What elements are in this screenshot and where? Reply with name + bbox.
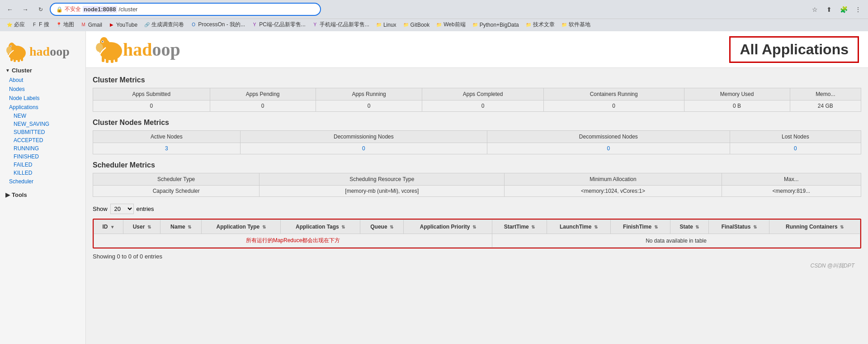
tech-icon: 📁	[525, 22, 532, 28]
entries-label: entries	[137, 205, 154, 212]
col-finishtime: FinishTime ⇅	[611, 220, 670, 234]
bookmark-python-label: Python+BigData	[480, 22, 519, 28]
show-label: Show	[93, 205, 108, 212]
webfront-icon: 📁	[436, 22, 442, 28]
priority-sort-icon: ⇅	[472, 225, 476, 229]
col-starttime: StartTime ⇅	[492, 220, 547, 234]
bookmark-gmail-label: Gmail	[88, 22, 102, 28]
sidebar-item-running[interactable]: RUNNING	[0, 144, 85, 153]
col-user: User ⇅	[123, 220, 160, 234]
col-id: ID ▼	[94, 220, 123, 234]
entries-select[interactable]: 20 50 100	[110, 204, 134, 214]
annotation-text: 所有运行的MapReduce都会出现在下方	[241, 235, 345, 245]
bookmark-fsearch[interactable]: F F 搜	[28, 20, 52, 29]
sidebar-item-submitted[interactable]: SUBMITTED	[0, 128, 85, 136]
sidebar-logo: hadoop	[0, 36, 85, 65]
col-state: State ⇅	[670, 220, 709, 234]
youtube-icon: ▶	[108, 22, 115, 28]
main-content: Cluster Metrics Apps Submitted Apps Pend…	[86, 68, 868, 344]
starttime-sort-icon: ⇅	[531, 225, 535, 229]
cluster-metrics-table: Apps Submitted Apps Pending Apps Running…	[93, 88, 861, 112]
apptype-sort-icon: ⇅	[262, 225, 266, 229]
sidebar-cluster-header[interactable]: ▼ Cluster	[0, 65, 85, 76]
sidebar-item-node-labels[interactable]: Node Labels	[0, 94, 85, 103]
bookmark-gitbook-label: GitBook	[410, 22, 430, 28]
scheduler-metrics-title: Scheduler Metrics	[93, 161, 861, 169]
url-unsafe-label: 不安全	[65, 5, 81, 13]
sidebar-item-scheduler[interactable]: Scheduler	[0, 177, 85, 186]
bookmark-gitbook[interactable]: 📁 GitBook	[400, 21, 433, 29]
val-apps-pending: 0	[210, 100, 316, 112]
val-scheduling-resource: [memory-mb (unit=Mi), vcores]	[259, 186, 505, 197]
sidebar-item-accepted[interactable]: ACCEPTED	[0, 136, 85, 144]
bookmark-linux[interactable]: 📁 Linux	[373, 21, 399, 29]
bookmarks-bar: ⭐ 必应 F F 搜 📍 地图 M Gmail ▶ YouTube 🔗 生成调查	[0, 19, 868, 31]
sidebar-item-finished[interactable]: FINISHED	[0, 153, 85, 161]
menu-button[interactable]: ⋮	[852, 3, 864, 16]
bookmark-gmail[interactable]: M Gmail	[78, 21, 105, 29]
extensions-button[interactable]: 🧩	[837, 3, 850, 16]
mobile-retail-icon: Y	[312, 22, 318, 28]
forward-button[interactable]: →	[19, 3, 32, 16]
url-path: /cluster	[119, 6, 138, 13]
svg-rect-3	[14, 57, 16, 62]
address-bar[interactable]: 🔒 不安全 node1:8088 /cluster	[50, 3, 321, 16]
reload-button[interactable]: ↻	[34, 3, 47, 16]
bookmark-pc-retail-label: PC端-亿品新零售...	[259, 21, 306, 29]
linux-icon: 📁	[376, 22, 382, 28]
sidebar-item-about[interactable]: About	[0, 76, 85, 85]
show-entries-control: Show 20 50 100 entries	[93, 204, 861, 214]
finishtime-sort-icon: ⇅	[654, 225, 658, 229]
sidebar-item-failed[interactable]: FAILED	[0, 161, 85, 169]
main-area: hadoop All Applications Cluster Metrics …	[86, 31, 868, 344]
bookmark-bidu[interactable]: ⭐ 必应	[4, 20, 28, 29]
val-memo: 24 GB	[790, 100, 861, 112]
col-application-type: Application Type ⇅	[201, 220, 281, 234]
cluster-metrics-title: Cluster Metrics	[93, 76, 861, 84]
bookmark-youtube-label: YouTube	[116, 22, 137, 28]
val-active-nodes: 3	[93, 143, 241, 154]
bookmark-webfront[interactable]: 📁 Web前端	[433, 20, 468, 29]
queue-sort-icon: ⇅	[390, 225, 393, 229]
bookmark-software-label: 软件基地	[569, 21, 590, 29]
bookmark-pc-retail[interactable]: Y PC端-亿品新零售...	[249, 20, 308, 29]
sidebar-item-killed[interactable]: KILLED	[0, 169, 85, 177]
applications-table-wrapper: ID ▼ User ⇅ Name ⇅ Application Type ⇅ Ap…	[93, 219, 861, 248]
finalstatus-sort-icon: ⇅	[753, 225, 757, 229]
sidebar-item-new[interactable]: NEW	[0, 112, 85, 120]
bookmark-map[interactable]: 📍 地图	[53, 20, 77, 29]
svg-rect-15	[102, 57, 104, 62]
sidebar-item-new-saving[interactable]: NEW_SAVING	[0, 120, 85, 128]
watermark: CSDN @叫我DPT	[93, 260, 861, 272]
bookmark-processon-label: ProcessOn - 我的...	[198, 21, 245, 29]
bookmark-star-button[interactable]: ☆	[808, 3, 821, 16]
id-sort-icon: ▼	[110, 225, 115, 229]
bookmark-survey[interactable]: 🔗 生成调查问卷	[141, 20, 187, 29]
bookmark-python[interactable]: 📁 Python+BigData	[469, 21, 522, 29]
cluster-arrow-icon: ▼	[5, 68, 10, 73]
col-running-containers: Running Containers ⇅	[769, 220, 860, 234]
col-decommissioning-nodes: Decommissioning Nodes	[240, 131, 487, 143]
back-button[interactable]: ←	[4, 3, 16, 16]
cluster-nodes-row: 3 0 0 0	[93, 143, 861, 154]
bookmark-youtube[interactable]: ▶ YouTube	[106, 21, 140, 29]
col-minimum-allocation: Minimum Allocation	[505, 173, 722, 186]
gmail-icon: M	[80, 22, 87, 28]
share-button[interactable]: ⬆	[823, 3, 835, 16]
bookmark-mobile-retail[interactable]: Y 手机端-亿品新零售...	[309, 20, 372, 29]
bookmark-tech[interactable]: 📁 技术文章	[523, 20, 557, 29]
val-minimum-allocation: <memory:1024, vCores:1>	[505, 186, 722, 197]
header-elephant-logo	[95, 36, 127, 63]
col-application-tags: Application Tags ⇅	[281, 220, 360, 234]
col-apps-submitted: Apps Submitted	[93, 88, 210, 100]
sidebar-item-applications[interactable]: Applications	[0, 103, 85, 112]
sidebar-tools-header[interactable]: ▶ Tools	[0, 190, 85, 200]
map-icon: 📍	[56, 22, 62, 28]
sidebar-cluster-label: Cluster	[12, 67, 32, 74]
launchtime-sort-icon: ⇅	[594, 225, 598, 229]
sidebar-item-nodes[interactable]: Nodes	[0, 85, 85, 94]
bookmark-software[interactable]: 📁 软件基地	[558, 20, 593, 29]
bookmark-processon[interactable]: O ProcessOn - 我的...	[188, 20, 248, 29]
showing-entries-text: Showing 0 to 0 of 0 entries	[93, 253, 861, 260]
val-lost-nodes: 0	[730, 143, 861, 154]
